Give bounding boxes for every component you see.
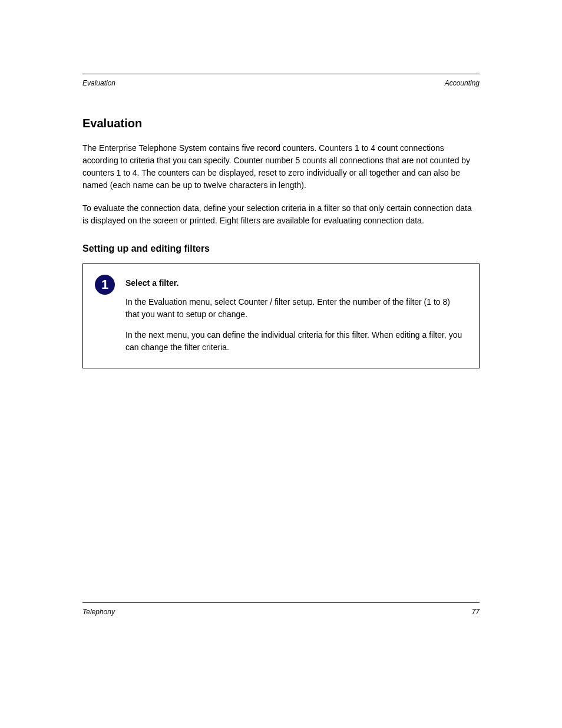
subsection-heading: Setting up and editing filters <box>82 243 480 254</box>
intro-paragraph-2: To evaluate the connection data, define … <box>82 202 480 227</box>
footer-row: Telephony 77 <box>82 608 480 616</box>
step-paragraph-2: In the next menu, you can define the ind… <box>125 329 465 354</box>
header-right: Accounting <box>445 79 480 87</box>
step-title: Select a filter. <box>125 278 465 288</box>
header-left: Evaluation <box>82 79 115 87</box>
footer-page-number: 77 <box>472 608 480 616</box>
header-row: Evaluation Accounting <box>82 79 480 87</box>
intro-paragraph-1: The Enterprise Telephone System contains… <box>82 142 480 192</box>
step-box: 1 Select a filter. In the Evaluation men… <box>82 263 480 368</box>
step-content: Select a filter. In the Evaluation menu,… <box>125 275 465 354</box>
footer-left: Telephony <box>82 608 115 616</box>
section-heading: Evaluation <box>82 117 480 130</box>
step-paragraph-1: In the Evaluation menu, select Counter /… <box>125 296 465 321</box>
step-number-badge: 1 <box>95 275 115 295</box>
